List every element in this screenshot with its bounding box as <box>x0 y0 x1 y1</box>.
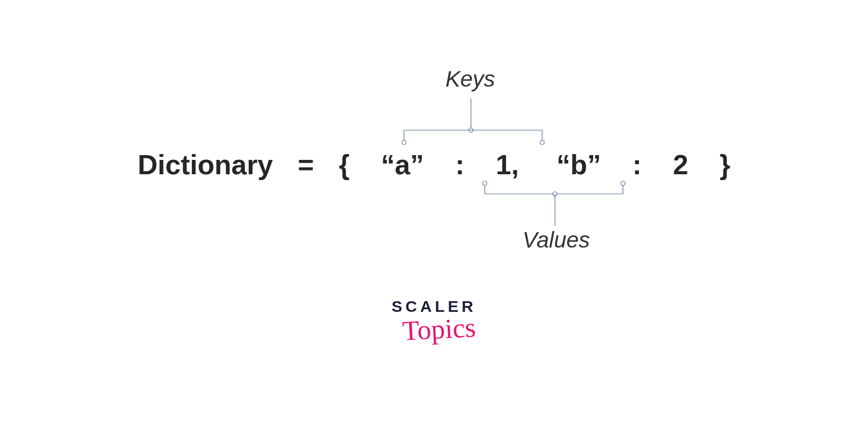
token-var: Dictionary <box>138 149 273 181</box>
keys-label: Keys <box>445 66 495 92</box>
values-label: Values <box>523 227 590 253</box>
code-line: Dictionary = { “a” : 1, “b” : 2 } <box>0 149 868 181</box>
svg-point-6 <box>540 140 544 144</box>
token-open-brace: { <box>339 149 350 181</box>
logo-line1: SCALER <box>0 298 868 316</box>
token-key-b: “b” <box>557 149 601 181</box>
logo-line2: Topics <box>401 311 476 346</box>
svg-point-12 <box>553 192 557 196</box>
svg-point-8 <box>483 181 487 185</box>
token-colon2: : <box>633 149 642 181</box>
diagram-stage: Keys Dictionary = { “a” : 1, “b” : 2 } V… <box>0 0 868 425</box>
token-eq: = <box>298 149 314 181</box>
token-val-2: 2 <box>673 149 688 181</box>
token-colon1: : <box>455 149 464 181</box>
token-key-a: “a” <box>381 149 424 181</box>
svg-point-1 <box>469 128 473 132</box>
logo: SCALER Topics <box>0 298 868 345</box>
token-close-brace: } <box>720 149 730 181</box>
svg-point-4 <box>402 140 406 144</box>
token-val-1: 1, <box>496 149 519 181</box>
connector-overlay <box>0 0 868 425</box>
svg-point-10 <box>621 181 625 185</box>
